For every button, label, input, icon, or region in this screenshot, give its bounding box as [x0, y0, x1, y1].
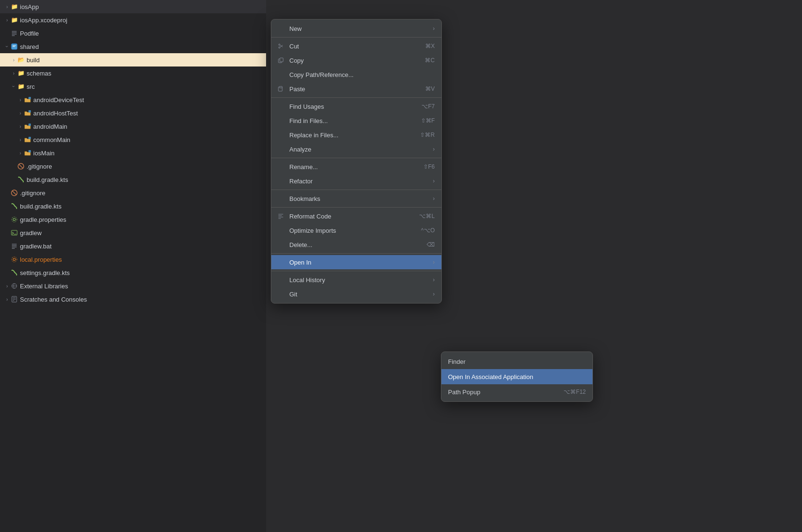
chevron-icon: › — [17, 96, 24, 103]
svg-point-15 — [12, 217, 17, 222]
svg-rect-7 — [29, 124, 31, 126]
tree-item-external-libraries[interactable]: ›External Libraries — [0, 279, 266, 293]
menu-item-label: Paste — [289, 86, 420, 93]
submenu-open-in[interactable]: FinderOpen In Associated ApplicationPath… — [441, 352, 593, 402]
module-folder-icon — [24, 109, 31, 117]
reformat-icon — [278, 213, 286, 219]
menu-item-label: Open In — [289, 259, 429, 266]
chevron-icon: › — [17, 150, 24, 156]
lines-icon — [10, 242, 18, 250]
menu-item-label: Rename... — [289, 163, 418, 171]
tree-item-build[interactable]: ›📂build — [0, 53, 266, 66]
menu-item-reformat[interactable]: Reformat Code⌥⌘L — [271, 209, 441, 223]
tree-item-shared[interactable]: ›shared — [0, 40, 266, 53]
tree-item-label: .gitignore — [20, 190, 262, 197]
tree-item-androidMain[interactable]: ›androidMain — [0, 120, 266, 133]
tree-item-label: androidMain — [33, 123, 262, 130]
tree-item-gradlew[interactable]: gradlew — [0, 226, 266, 239]
tree-item-schemas[interactable]: ›📁schemas — [0, 66, 266, 80]
menu-item-copy-path[interactable]: Copy Path/Reference... — [271, 67, 441, 82]
svg-point-29 — [279, 44, 280, 46]
tree-item-label: Scratches and Consoles — [20, 296, 262, 303]
menu-item-label: Git — [289, 291, 429, 298]
scissors-icon — [278, 43, 286, 49]
tree-item-label: androidHostTest — [33, 110, 262, 117]
tree-item-local-properties[interactable]: local.properties — [0, 253, 266, 266]
submenu-item-path-popup[interactable]: Path Popup⌥⌘F12 — [441, 384, 592, 399]
menu-separator — [271, 207, 441, 208]
gradle-icon — [17, 176, 25, 183]
tree-item-label: androidDeviceTest — [33, 96, 262, 104]
folder-icon: 📁 — [10, 3, 18, 10]
tree-item-settings-gradle[interactable]: settings.gradle.kts — [0, 266, 266, 279]
tree-item-label: build — [27, 57, 262, 64]
folder-icon: 📁 — [17, 69, 25, 77]
menu-item-new[interactable]: New› — [271, 21, 441, 36]
context-menu[interactable]: New›Cut⌘XCopy⌘CCopy Path/Reference...Pas… — [271, 19, 442, 304]
submenu-item-open-in-associated[interactable]: Open In Associated Application — [441, 369, 592, 384]
tree-item-iosApp-xcodeproj[interactable]: ›📁iosApp.xcodeproj — [0, 13, 266, 27]
settings-icon — [10, 216, 18, 223]
chevron-icon: › — [10, 57, 17, 63]
menu-item-shortcut: ⌥⌘L — [419, 213, 435, 219]
tree-item-commonMain[interactable]: ›commonMain — [0, 133, 266, 146]
menu-item-open-in[interactable]: Open In› — [271, 255, 441, 269]
menu-item-shortcut: ^⌥O — [421, 227, 435, 234]
module-folder-icon — [24, 96, 31, 104]
scratch-icon — [10, 295, 18, 303]
tree-item-label: src — [27, 83, 262, 90]
tree-item-gradlew-bat[interactable]: gradlew.bat — [0, 239, 266, 253]
menu-item-refactor[interactable]: Refactor› — [271, 174, 441, 188]
menu-item-label: Copy Path/Reference... — [289, 71, 435, 78]
chevron-icon: › — [17, 123, 24, 130]
menu-item-label: Local History — [289, 276, 429, 284]
chevron-icon: › — [4, 283, 10, 289]
menu-item-label: Cut — [289, 43, 420, 50]
tree-item-gitignore-root[interactable]: .gitignore — [0, 186, 266, 200]
submenu-arrow-icon: › — [433, 291, 435, 297]
tree-item-androidHostTest[interactable]: ›androidHostTest — [0, 106, 266, 120]
tree-item-scratches[interactable]: ›Scratches and Consoles — [0, 293, 266, 306]
menu-item-find-in-files[interactable]: Find in Files...⇧⌘F — [271, 114, 441, 128]
gitignore-icon — [17, 162, 25, 170]
menu-separator — [271, 253, 441, 254]
menu-item-rename[interactable]: Rename...⇧F6 — [271, 160, 441, 174]
tree-item-gradle-properties[interactable]: gradle.properties — [0, 213, 266, 226]
tree-item-gitignore-shared[interactable]: .gitignore — [0, 160, 266, 173]
menu-item-bookmarks[interactable]: Bookmarks› — [271, 191, 441, 206]
menu-item-cut[interactable]: Cut⌘X — [271, 39, 441, 53]
menu-item-optimize-imports[interactable]: Optimize Imports^⌥O — [271, 223, 441, 238]
menu-item-paste[interactable]: Paste⌘V — [271, 82, 441, 96]
menu-item-replace-in-files[interactable]: Replace in Files...⇧⌘R — [271, 128, 441, 142]
menu-item-copy[interactable]: Copy⌘C — [271, 53, 441, 67]
menu-item-label: Find Usages — [289, 103, 416, 110]
submenu-item-finder[interactable]: Finder — [441, 354, 592, 369]
menu-item-label: Replace in Files... — [289, 132, 414, 139]
tree-item-build-gradle-root[interactable]: build.gradle.kts — [0, 200, 266, 213]
module-folder-icon — [24, 123, 31, 130]
menu-item-find-usages[interactable]: Find Usages⌥F7 — [271, 99, 441, 114]
menu-item-delete[interactable]: Delete...⌫ — [271, 238, 441, 252]
menu-item-git[interactable]: Git› — [271, 287, 441, 301]
chevron-icon: › — [4, 296, 10, 303]
tree-item-label: iosApp.xcodeproj — [20, 17, 262, 24]
tree-item-label: gradle.properties — [20, 216, 262, 223]
tree-item-iosApp[interactable]: ›📁iosApp — [0, 0, 266, 13]
module-folder-icon — [24, 136, 31, 143]
menu-item-label: Delete... — [289, 241, 421, 248]
tree-item-Podfile[interactable]: Podfile — [0, 27, 266, 40]
tree-item-src[interactable]: ›📁src — [0, 80, 266, 93]
svg-rect-6 — [29, 110, 31, 113]
tree-item-iosMain[interactable]: ›iosMain — [0, 146, 266, 160]
menu-item-label: Reformat Code — [289, 213, 413, 220]
tree-item-label: settings.gradle.kts — [20, 269, 262, 276]
menu-item-label: New — [289, 25, 429, 32]
menu-item-analyze[interactable]: Analyze› — [271, 142, 441, 156]
tree-item-label: External Libraries — [20, 283, 262, 290]
tree-item-label: .gitignore — [27, 163, 262, 170]
tree-item-androidDeviceTest[interactable]: ›androidDeviceTest — [0, 93, 266, 106]
tree-item-build-gradle-shared[interactable]: build.gradle.kts — [0, 173, 266, 186]
svg-rect-5 — [29, 97, 31, 99]
external-icon — [10, 282, 18, 290]
menu-item-local-history[interactable]: Local History› — [271, 273, 441, 287]
